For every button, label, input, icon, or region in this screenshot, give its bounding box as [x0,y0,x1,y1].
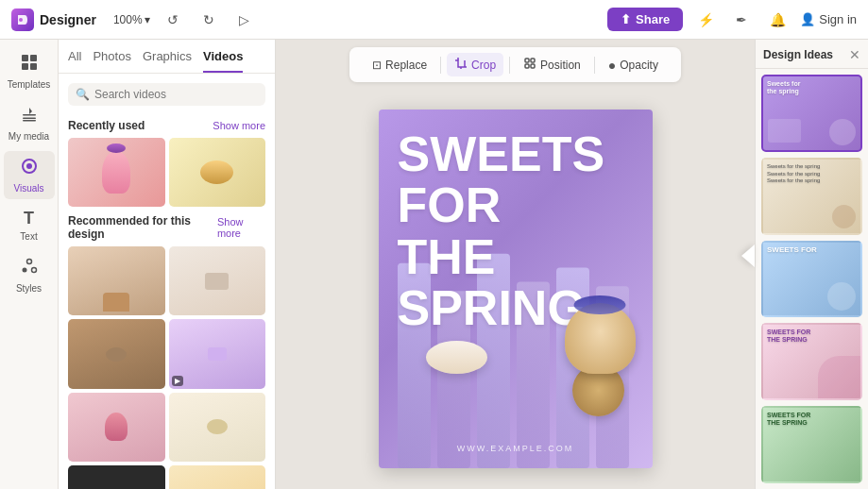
canvas-text-line2: FOR [398,179,605,231]
svg-rect-19 [531,59,535,62]
text-label: Text [20,231,37,242]
design-idea-4[interactable]: SWEETS FORTHE SPRING [761,323,862,400]
recommended-show-more[interactable]: Show more [217,216,265,239]
sidebar-item-visuals[interactable]: Visuals [4,151,55,199]
design-canvas[interactable]: SWEETS FOR THE SPRING WWW.EXAMPLE.COM [379,110,653,468]
replace-button[interactable]: ⊡ Replace [365,55,434,76]
sidebar-item-templates[interactable]: Templates [4,47,55,95]
canvas-area: ⊡ Replace Crop [276,40,755,489]
sidebar-item-text[interactable]: T Text [4,203,55,247]
recently-used-title: Recently used [68,119,145,132]
canvas-url: WWW.EXAMPLE.COM [379,444,653,453]
recently-used-show-more[interactable]: Show more [213,120,265,131]
opacity-label: Opacity [620,59,658,72]
bolt-button[interactable]: ⚡ [692,7,719,33]
rec-thumb-5[interactable] [68,393,165,462]
opacity-button[interactable]: ● Opacity [601,54,666,76]
replace-icon: ⊡ [372,59,382,72]
svg-rect-8 [23,120,36,122]
design-idea-1[interactable]: Sweets forthe spring [761,75,862,152]
right-panel-header: Design Ideas ✕ [756,40,868,69]
icon-sidebar: Templates My media Visuals [0,40,59,489]
toolbar-divider-3 [594,57,595,74]
undo-button[interactable]: ↺ [160,7,186,33]
recently-used-section: Recently used Show more [59,119,275,214]
design-idea-5[interactable]: SWEETS FORTHE SPRING [761,406,862,483]
position-label: Position [540,59,581,72]
position-button[interactable]: Position [516,53,588,76]
sign-in-label: Sign in [819,12,857,26]
svg-point-0 [19,18,23,22]
rec-thumb-2[interactable] [169,246,266,315]
idea-text-4: SWEETS FORTHE SPRING [767,329,857,343]
content-panel: All Photos Graphics Videos 🔍 Recently us… [59,40,276,489]
design-ideas-title: Design Ideas [763,48,833,61]
video-badge: ▶ [172,376,183,386]
right-panel: Design Ideas ✕ Sweets forthe spring Swee… [755,40,868,489]
recommended-grid: ▶ [68,246,265,489]
tab-all[interactable]: All [68,49,81,73]
design-idea-3[interactable]: SWEETS FOR [761,241,862,318]
redo-button[interactable]: ↻ [196,7,222,33]
share-label: Share [636,12,670,26]
search-input[interactable] [94,88,258,101]
visuals-label: Visuals [13,183,43,194]
svg-rect-1 [22,55,28,61]
sidebar-item-my-media[interactable]: My media [4,99,55,147]
recent-thumb-1[interactable] [68,138,165,207]
bell-button[interactable]: 🔔 [764,7,791,33]
svg-marker-6 [29,108,32,114]
styles-icon [20,257,39,280]
panel-tabs: All Photos Graphics Videos [59,40,275,74]
pen-button[interactable]: ✒ [728,7,755,33]
rec-thumb-8[interactable] [169,465,266,489]
share-button[interactable]: ⬆ Share [607,8,683,31]
logo-area: Designer [11,8,96,31]
play-button[interactable]: ▷ [231,7,258,33]
rec-thumb-1[interactable] [68,246,165,315]
svg-rect-5 [23,114,36,116]
my-media-label: My media [9,131,49,142]
svg-rect-20 [525,64,529,68]
design-ideas-list: Sweets forthe spring Sweets for the spri… [756,69,868,489]
food-cake-top [565,303,636,374]
my-media-icon [20,105,39,128]
svg-rect-18 [525,59,529,62]
toolbar-divider-1 [440,57,441,74]
canvas-text-line3: THE [398,231,605,283]
idea-text-2: Sweets for the springSweets for the spri… [767,163,857,185]
tab-videos[interactable]: Videos [203,49,243,73]
svg-rect-21 [531,64,535,68]
zoom-chevron-icon: ▾ [145,13,150,26]
app-logo-icon [11,8,34,31]
recent-thumb-2[interactable] [169,138,266,207]
panel-content: Recently used Show more [59,115,275,489]
zoom-value: 100% [113,13,143,26]
sign-in-button[interactable]: 👤 Sign in [800,12,857,26]
crop-button[interactable]: Crop [447,53,503,76]
design-idea-2[interactable]: Sweets for the springSweets for the spri… [761,158,862,235]
svg-rect-7 [23,118,36,120]
top-bar: Designer 100% ▾ ↺ ↻ ▷ ⬆ Share ⚡ ✒ 🔔 👤 Si… [0,0,868,40]
toolbar-divider-2 [509,57,510,74]
close-design-ideas-button[interactable]: ✕ [849,47,860,62]
svg-rect-4 [30,63,37,70]
app-name: Designer [40,12,96,27]
crop-label: Crop [471,59,496,72]
rec-thumb-7[interactable]: ▶ [68,465,165,489]
svg-rect-3 [22,63,28,70]
tab-graphics[interactable]: Graphics [143,49,192,73]
sidebar-item-styles[interactable]: Styles [4,251,55,299]
share-icon: ⬆ [621,12,631,26]
canvas-toolbar: ⊡ Replace Crop [349,47,681,82]
main-layout: Templates My media Visuals [0,40,868,489]
visuals-icon [20,157,39,180]
rec-thumb-3[interactable] [68,319,165,388]
rec-thumb-6[interactable] [169,393,266,462]
food-cake-bottom [426,341,487,374]
tab-photos[interactable]: Photos [93,49,130,73]
idea-text-5: SWEETS FORTHE SPRING [767,412,857,426]
rec-thumb-4[interactable]: ▶ [169,319,266,388]
replace-label: Replace [385,59,427,72]
zoom-selector[interactable]: 100% ▾ [113,13,150,26]
